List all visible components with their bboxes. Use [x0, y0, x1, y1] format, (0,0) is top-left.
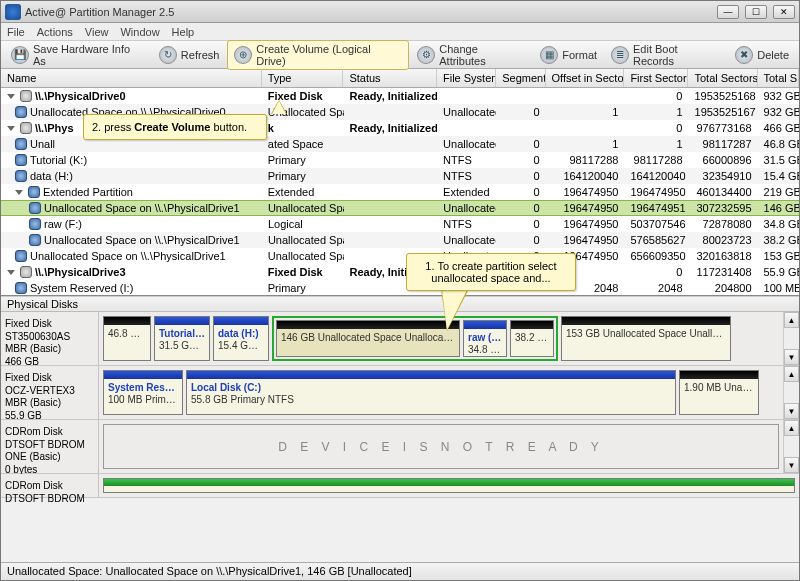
- table-row[interactable]: Unallocated Space on \\.\PhysicalDrive1U…: [1, 232, 799, 248]
- minimize-button[interactable]: —: [717, 5, 739, 19]
- disk-icon: [20, 90, 32, 102]
- partition[interactable]: 46.8 GB Unallo: [103, 316, 151, 361]
- expand-icon[interactable]: [7, 126, 15, 131]
- volumes-table: Name Type Status File System Segment Off…: [1, 69, 799, 296]
- refresh-button[interactable]: ↻Refresh: [153, 44, 226, 66]
- boot-icon: ≣: [611, 46, 629, 64]
- disk-info: CDRom DiskDTSOFT BDROMONE (Basic)0 bytes: [1, 420, 99, 473]
- col-first-sector[interactable]: First Sector: [624, 69, 688, 87]
- scroll-down-icon[interactable]: ▼: [784, 349, 799, 365]
- vertical-scrollbar[interactable]: ▲▼: [783, 312, 799, 365]
- col-status[interactable]: Status: [343, 69, 437, 87]
- scroll-down-icon[interactable]: ▼: [784, 403, 799, 419]
- volume-icon: [15, 154, 27, 166]
- disk-info: CDRom DiskDTSOFT BDROM: [1, 474, 99, 497]
- table-row[interactable]: \\.\PhysicalDrive0Fixed DiskReady, Initi…: [1, 88, 799, 104]
- disk-row: CDRom DiskDTSOFT BDROMONE (Basic)0 bytes…: [1, 420, 799, 474]
- attributes-icon: ⚙: [417, 46, 435, 64]
- partition[interactable]: 153 GB Unallocated Space Unalloca: [561, 316, 731, 361]
- titlebar[interactable]: Active@ Partition Manager 2.5 — ☐ ✕: [1, 1, 799, 23]
- col-type[interactable]: Type: [262, 69, 344, 87]
- format-icon: ▦: [540, 46, 558, 64]
- tooltip-create-volume: 2. press Create Volume button.: [83, 114, 267, 140]
- change-attributes-button[interactable]: ⚙Change Attributes: [411, 41, 532, 69]
- scroll-up-icon[interactable]: ▲: [784, 312, 799, 328]
- table-row[interactable]: Unallocated Space on \\.\PhysicalDrive1U…: [1, 200, 799, 216]
- scroll-up-icon[interactable]: ▲: [784, 366, 799, 382]
- col-filesystem[interactable]: File System: [437, 69, 496, 87]
- volume-icon: [29, 218, 41, 230]
- table-row[interactable]: System Reserved (I:)Primary2048204820480…: [1, 280, 799, 294]
- create-volume-button[interactable]: ⊕Create Volume (Logical Drive): [227, 40, 409, 70]
- table-row[interactable]: Tutorial (K:)PrimaryNTFS0981172889811728…: [1, 152, 799, 168]
- maximize-button[interactable]: ☐: [745, 5, 767, 19]
- vertical-scrollbar[interactable]: ▲▼: [783, 420, 799, 473]
- delete-icon: ✖: [735, 46, 753, 64]
- disk-row: Fixed DiskST3500630ASMBR (Basic)466 GB46…: [1, 312, 799, 366]
- app-window: Active@ Partition Manager 2.5 — ☐ ✕ File…: [0, 0, 800, 581]
- menu-actions[interactable]: Actions: [37, 26, 73, 38]
- delete-button[interactable]: ✖Delete: [729, 44, 795, 66]
- table-row[interactable]: Extended PartitionExtendedExtended019647…: [1, 184, 799, 200]
- edit-boot-button[interactable]: ≣Edit Boot Records: [605, 41, 727, 69]
- partition[interactable]: Local Disk (C:)55.8 GB Primary NTFS: [186, 370, 676, 415]
- volume-icon: [29, 202, 41, 214]
- partition[interactable]: data (H:)15.4 GB Primar: [213, 316, 269, 361]
- col-segment[interactable]: Segment: [496, 69, 545, 87]
- menu-file[interactable]: File: [7, 26, 25, 38]
- scroll-down-icon[interactable]: ▼: [784, 457, 799, 473]
- col-name[interactable]: Name: [1, 69, 262, 87]
- physical-disks-label: Physical Disks: [1, 296, 799, 312]
- partition[interactable]: Tutorial (K:)31.5 GB Primar: [154, 316, 210, 361]
- partition[interactable]: System Reserve100 MB Primary N: [103, 370, 183, 415]
- col-total-sectors[interactable]: Total Sectors: [688, 69, 757, 87]
- selected-extended-partition[interactable]: 146 GB Unallocated Space Unallocatedraw …: [272, 316, 558, 361]
- expand-icon[interactable]: [15, 190, 23, 195]
- refresh-icon: ↻: [159, 46, 177, 64]
- volume-icon: [15, 282, 27, 294]
- close-button[interactable]: ✕: [773, 5, 795, 19]
- disk-icon: [20, 266, 32, 278]
- partition[interactable]: raw (F:)34.8 GB: [463, 320, 507, 357]
- save-icon: 💾: [11, 46, 29, 64]
- partition[interactable]: 146 GB Unallocated Space Unallocated: [276, 320, 460, 357]
- save-button[interactable]: 💾Save Hardware Info As: [5, 41, 151, 69]
- table-row[interactable]: data (H:)PrimaryNTFS01641200401641200403…: [1, 168, 799, 184]
- disk-icon: [20, 122, 32, 134]
- window-title: Active@ Partition Manager 2.5: [25, 6, 717, 18]
- partition[interactable]: [103, 478, 795, 493]
- format-button[interactable]: ▦Format: [534, 44, 603, 66]
- table-header: Name Type Status File System Segment Off…: [1, 69, 799, 88]
- volume-icon: [28, 186, 40, 198]
- col-offset[interactable]: Offset in Sectors: [546, 69, 625, 87]
- menu-window[interactable]: Window: [120, 26, 159, 38]
- status-text: Unallocated Space: Unallocated Space on …: [7, 565, 412, 577]
- table-row[interactable]: Unallocated Space on \\.\PhysicalDrive1U…: [1, 248, 799, 264]
- menu-help[interactable]: Help: [172, 26, 195, 38]
- scroll-up-icon[interactable]: ▲: [784, 420, 799, 436]
- menu-view[interactable]: View: [85, 26, 109, 38]
- app-icon: [5, 4, 21, 20]
- disk-info: Fixed DiskOCZ-VERTEX3MBR (Basic)55.9 GB: [1, 366, 99, 419]
- volume-icon: [15, 250, 27, 262]
- disk-map: D E V I C E I S N O T R E A D Y: [99, 420, 783, 473]
- disk-row: Fixed DiskOCZ-VERTEX3MBR (Basic)55.9 GBS…: [1, 366, 799, 420]
- disk-map: System Reserve100 MB Primary NLocal Disk…: [99, 366, 783, 419]
- disk-info: Fixed DiskST3500630ASMBR (Basic)466 GB: [1, 312, 99, 365]
- vertical-scrollbar[interactable]: ▲▼: [783, 366, 799, 419]
- volume-icon: [15, 170, 27, 182]
- disk-map: [99, 474, 799, 497]
- partition[interactable]: 1.90 MB Unalloc: [679, 370, 759, 415]
- status-bar: Unallocated Space: Unallocated Space on …: [1, 562, 799, 580]
- toolbar: 💾Save Hardware Info As ↻Refresh ⊕Create …: [1, 41, 799, 69]
- expand-icon[interactable]: [7, 94, 15, 99]
- expand-icon[interactable]: [7, 270, 15, 275]
- physical-disks-panel: Fixed DiskST3500630ASMBR (Basic)466 GB46…: [1, 312, 799, 561]
- table-row[interactable]: \\.\PhysicalDrive3Fixed DiskReady, Initi…: [1, 264, 799, 280]
- table-row[interactable]: raw (F:)LogicalNTFS019647495050370754672…: [1, 216, 799, 232]
- volume-icon: [15, 106, 27, 118]
- partition[interactable]: 38.2 GB: [510, 320, 554, 357]
- menu-bar: File Actions View Window Help: [1, 23, 799, 41]
- create-icon: ⊕: [234, 46, 252, 64]
- col-total-size[interactable]: Total Size: [758, 69, 800, 87]
